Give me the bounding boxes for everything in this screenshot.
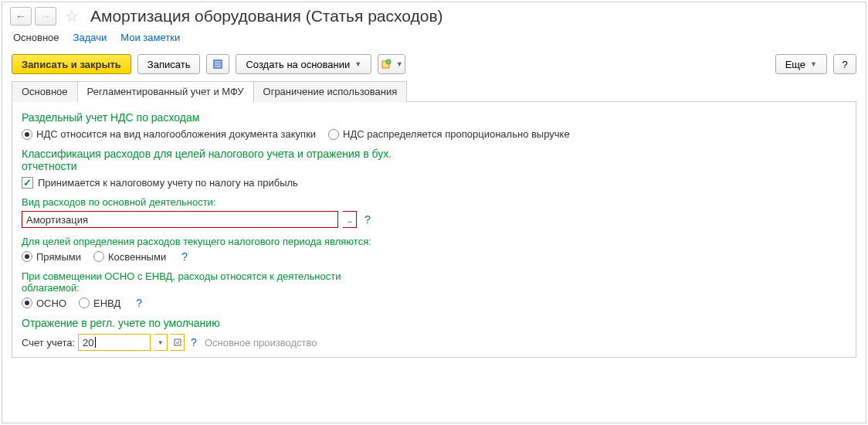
radio-icon — [79, 298, 90, 308]
osno-radio[interactable]: ОСНО — [22, 298, 66, 309]
favorite-icon[interactable]: ☆ — [63, 7, 81, 26]
form-tabs: Основное Регламентированный учет и МФУ О… — [12, 80, 856, 102]
account-row: Счет учета: 20 ▼ ? Основное производство — [22, 334, 846, 351]
tax-period-indirect[interactable]: Косвенными — [93, 251, 166, 263]
osno-envd-label: При совмещении ОСНО с ЕНВД, расходы отно… — [22, 270, 346, 294]
vat-radio-doc-label: НДС относится на вид налогообложения док… — [36, 128, 316, 140]
vat-radio-group: НДС относится на вид налогообложения док… — [22, 128, 846, 140]
nav-tab-tasks[interactable]: Задачи — [73, 32, 107, 43]
radio-icon — [22, 298, 32, 308]
tax-period-direct-label: Прямыми — [36, 251, 81, 263]
section-classification-title: Классификация расходов для целей налогов… — [22, 148, 423, 172]
page-title: Амортизация оборудования (Статья расходо… — [90, 7, 443, 26]
section-vat-title: Раздельный учет НДС по расходам — [22, 111, 846, 124]
create-based-label: Создать на основании — [246, 59, 350, 70]
account-dropdown-button[interactable]: ▼ — [154, 334, 168, 351]
attach-icon — [381, 59, 392, 70]
more-button[interactable]: Еще ▼ — [775, 54, 827, 74]
list-icon — [212, 59, 223, 70]
header: ← → ☆ Амортизация оборудования (Статья р… — [2, 2, 866, 29]
text-cursor — [95, 337, 96, 348]
vat-radio-doc[interactable]: НДС относится на вид налогообложения док… — [22, 128, 316, 140]
account-input[interactable]: 20 — [78, 334, 151, 351]
svg-point-5 — [386, 60, 391, 64]
chevron-down-icon: ▼ — [396, 60, 403, 68]
account-label: Счет учета: — [22, 337, 75, 348]
tax-accepted-checkbox-row[interactable]: ✓ Принимается к налоговому учету по нало… — [22, 177, 846, 189]
chevron-down-icon: ▼ — [158, 339, 164, 346]
help-icon[interactable]: ? — [136, 297, 142, 309]
nav-tabs: Основное Задачи Мои заметки — [2, 29, 866, 51]
tax-period-radio-group: Прямыми Косвенными ? — [22, 250, 846, 263]
back-button[interactable]: ← — [10, 7, 32, 26]
tax-period-indirect-label: Косвенными — [108, 251, 166, 263]
account-hint: Основное производство — [205, 337, 317, 348]
tab-reg-accounting[interactable]: Регламентированный учет и МФУ — [77, 81, 254, 102]
vat-radio-revenue[interactable]: НДС распределяется пропорционально выруч… — [328, 128, 570, 140]
envd-radio-label: ЕНВД — [93, 298, 120, 309]
help-icon[interactable]: ? — [181, 250, 188, 263]
radio-icon — [22, 251, 32, 262]
create-based-button[interactable]: Создать на основании ▼ — [236, 54, 371, 74]
nav-tab-main[interactable]: Основное — [13, 32, 59, 43]
forward-button[interactable]: → — [35, 7, 56, 26]
expense-type-label: Вид расходов по основной деятельности: — [22, 196, 846, 208]
account-open-button[interactable] — [171, 334, 185, 351]
radio-icon — [22, 129, 32, 140]
open-icon — [174, 338, 181, 346]
tax-accepted-label: Принимается к налоговому учету по налогу… — [38, 177, 298, 189]
account-value: 20 — [83, 337, 93, 348]
tab-usage-restriction[interactable]: Ограничение использования — [253, 81, 408, 102]
osno-envd-radio-group: ОСНО ЕНВД ? — [22, 297, 846, 309]
expense-type-select-button[interactable]: ... — [343, 211, 357, 228]
toolbar: Записать и закрыть Записать Создать на о… — [2, 51, 866, 80]
tab-main[interactable]: Основное — [12, 81, 78, 102]
radio-icon — [93, 251, 104, 262]
chevron-down-icon: ▼ — [354, 60, 361, 68]
section-reg-default-title: Отражение в регл. учете по умолчанию — [22, 317, 846, 329]
vat-radio-revenue-label: НДС распределяется пропорционально выруч… — [343, 128, 570, 140]
nav-tab-notes[interactable]: Мои заметки — [120, 32, 180, 43]
checkbox-icon: ✓ — [22, 177, 33, 189]
save-close-button[interactable]: Записать и закрыть — [12, 54, 131, 74]
list-icon-button[interactable] — [206, 54, 229, 74]
more-label: Еще — [785, 59, 805, 70]
save-button[interactable]: Записать — [137, 54, 201, 74]
tax-period-direct[interactable]: Прямыми — [22, 251, 81, 263]
expense-type-value: Амортизация — [26, 214, 88, 226]
osno-radio-label: ОСНО — [36, 298, 66, 309]
window: ← → ☆ Амортизация оборудования (Статья р… — [2, 2, 866, 423]
tax-period-label: Для целей определения расходов текущего … — [22, 236, 392, 247]
expense-type-row: Амортизация ... ? — [22, 211, 846, 228]
help-button[interactable]: ? — [833, 54, 856, 74]
radio-icon — [328, 129, 339, 140]
svg-rect-6 — [175, 339, 181, 345]
form-body: Раздельный учет НДС по расходам НДС отно… — [12, 102, 856, 358]
help-icon[interactable]: ? — [191, 336, 197, 348]
attach-button[interactable]: ▼ — [378, 54, 405, 74]
chevron-down-icon: ▼ — [810, 60, 817, 68]
expense-type-input[interactable]: Амортизация — [22, 211, 338, 228]
help-icon[interactable]: ? — [364, 213, 371, 226]
envd-radio[interactable]: ЕНВД — [79, 298, 120, 309]
